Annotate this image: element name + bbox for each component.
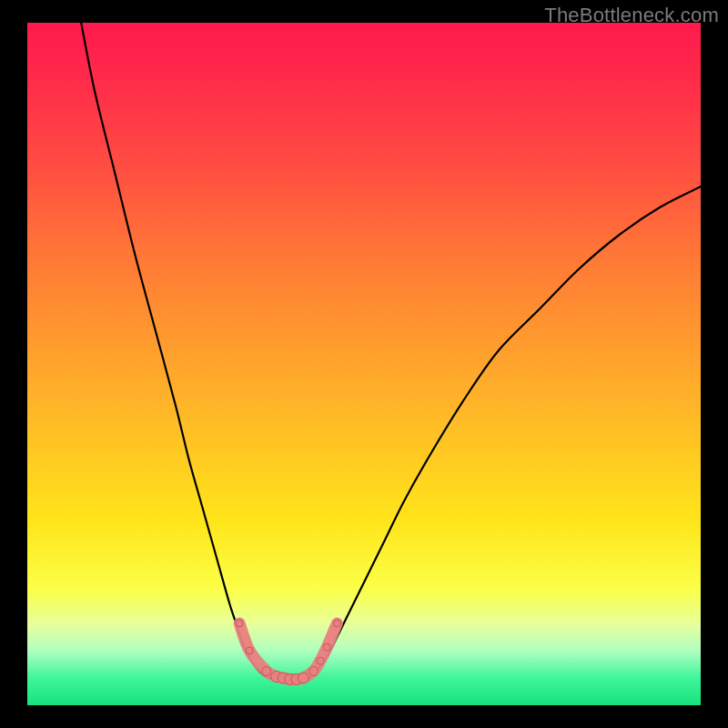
marker-connector — [239, 623, 337, 680]
marker-dot — [309, 667, 318, 676]
marker-dot — [323, 643, 330, 651]
marker-dot — [317, 657, 324, 664]
chart-frame: TheBottleneck.com — [0, 0, 728, 728]
series-right-curve — [310, 187, 701, 678]
marker-dot — [236, 620, 243, 627]
series-left-curve — [81, 23, 269, 678]
trough-markers — [236, 620, 340, 685]
marker-dot — [298, 672, 308, 683]
marker-dot — [246, 647, 253, 654]
chart-svg — [27, 23, 701, 705]
marker-dot — [333, 620, 340, 627]
plot-area — [27, 23, 701, 705]
marker-dot — [262, 667, 271, 676]
curve-lines — [81, 23, 701, 681]
